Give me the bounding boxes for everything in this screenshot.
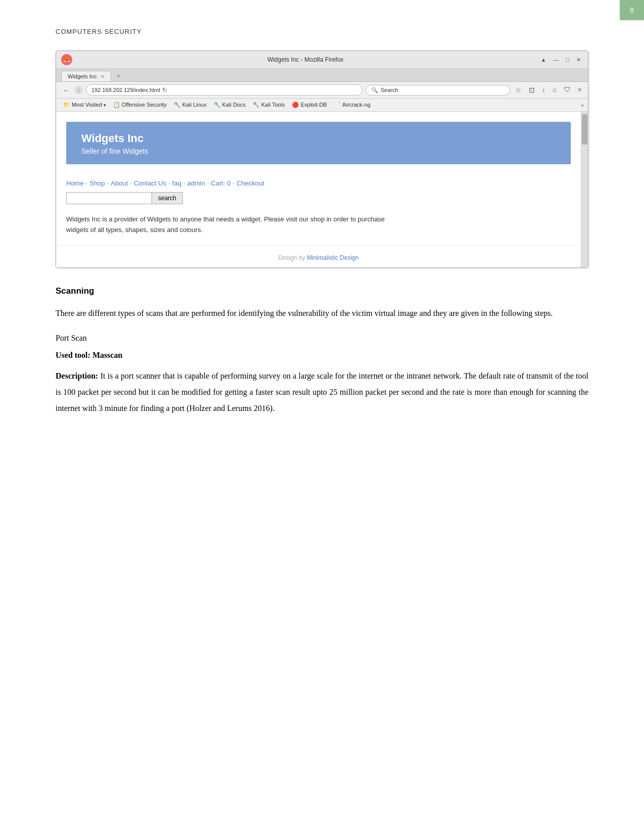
nav-link-about[interactable]: About — [111, 179, 128, 187]
menu-icon[interactable]: ≡ — [576, 85, 584, 95]
bookmark-kali-tools[interactable]: 🔧 Kali Tools — [250, 101, 288, 109]
footer-text: Design by — [278, 254, 305, 261]
nav-link-contact[interactable]: Contact Us — [134, 179, 166, 187]
info-icon: i — [75, 86, 83, 94]
home-icon[interactable]: ⌂ — [551, 85, 559, 95]
site-search-form: search — [56, 190, 581, 209]
search-text: Search — [380, 87, 398, 93]
bookmark-most-visited[interactable]: 📁 Most Visited ▾ — [60, 101, 109, 109]
restore-button[interactable]: — — [551, 57, 561, 63]
chevron-down-icon: ▾ — [104, 103, 106, 108]
bookmarks-overflow[interactable]: » — [581, 102, 584, 108]
site-footer: Design by Minimalistic Design — [56, 246, 581, 267]
back-button[interactable]: ← — [60, 85, 72, 95]
site-nav: Home · Shop · About · Contact Us · faq ·… — [56, 174, 581, 190]
bookmarks-bar: 📁 Most Visited ▾ 📋 Offensive Security 🔧 … — [56, 99, 588, 112]
download-icon[interactable]: ↓ — [540, 85, 548, 95]
browser-scrollbar[interactable] — [581, 112, 588, 267]
close-button[interactable]: ✕ — [574, 57, 583, 63]
browser-tab-active[interactable]: Widgets Inc ✕ — [61, 71, 111, 81]
page-header: COMPUTERS SECURITY — [56, 28, 588, 35]
shield-icon[interactable]: 🛡 — [562, 85, 573, 95]
bookmark-label: 📋 Offensive Security — [113, 102, 167, 108]
bookmark-label: 📁 Most Visited — [63, 102, 102, 108]
address-bar[interactable]: 192.168.202.129/index.html ↻ — [86, 84, 363, 96]
description-paragraph: Description: It is a port scanner that i… — [56, 368, 588, 416]
minimize-button[interactable]: ▲ — [538, 57, 548, 63]
used-tool-label: Used tool: Masscan — [56, 351, 588, 360]
site-title: Widgets Inc — [81, 132, 556, 145]
scanning-title: Scanning — [56, 286, 588, 296]
address-text: 192.168.202.129/index.html — [91, 87, 160, 93]
nav-link-home[interactable]: Home — [66, 179, 84, 187]
browser-nav: ← i 192.168.202.129/index.html ↻ 🔍 Searc… — [56, 82, 588, 99]
browser-tabs: Widgets Inc ✕ + — [56, 69, 588, 82]
bookmark-kali-linux[interactable]: 🔧 Kali Linux — [171, 101, 210, 109]
bookmark-exploit-db[interactable]: 🔴 Exploit-DB — [289, 101, 330, 109]
nav-link-admin[interactable]: admin — [187, 179, 205, 187]
site-header-banner: Widgets Inc Seller of fine Widgets — [66, 122, 571, 164]
scanning-section: Scanning There are different types of sc… — [56, 286, 588, 416]
fullscreen-button[interactable]: □ — [564, 57, 571, 63]
footer-link[interactable]: Minimalistic Design — [307, 254, 359, 261]
bookmark-icon[interactable]: ⊡ — [527, 85, 537, 96]
scanning-paragraph1: There are different types of scans that … — [56, 305, 588, 321]
site-search-button[interactable]: search — [152, 192, 183, 204]
refresh-icon[interactable]: ↻ — [162, 86, 167, 94]
nav-link-faq[interactable]: faq — [172, 179, 181, 187]
firefox-logo: 🦊 — [61, 54, 72, 65]
site-body-text: Widgets Inc is a provider of Widgets to … — [56, 209, 410, 246]
nav-cart: Cart: 0 — [211, 179, 231, 187]
website-content: Widgets Inc Seller of fine Widgets Home … — [56, 112, 588, 267]
browser-title: Widgets Inc - Mozilla Firefox — [72, 56, 538, 63]
browser-search-bar[interactable]: 🔍 Search — [366, 85, 510, 96]
bookmark-offensive-security[interactable]: 📋 Offensive Security — [110, 101, 170, 109]
browser-window: 🦊 Widgets Inc - Mozilla Firefox ▲ — □ ✕ … — [56, 51, 588, 268]
star-icon[interactable]: ☆ — [513, 85, 524, 96]
bookmark-label: 🔴 Exploit-DB — [292, 102, 327, 108]
port-scan-label: Port Scan — [56, 334, 588, 343]
bookmark-label: 📄 Aircrack-ng — [334, 102, 370, 108]
bookmark-kali-docs[interactable]: 🔧 Kali Docs — [211, 101, 249, 109]
search-icon: 🔍 — [371, 87, 378, 94]
tab-close-icon[interactable]: ✕ — [101, 74, 105, 79]
new-tab-button[interactable]: + — [113, 72, 123, 80]
description-bold-label: Description: — [56, 372, 98, 380]
nav-link-checkout[interactable]: Checkout — [236, 179, 264, 187]
scrollbar-track — [581, 112, 588, 267]
page-number-badge: 8 — [620, 0, 644, 20]
site-search-input[interactable] — [66, 192, 152, 204]
tab-label: Widgets Inc — [68, 73, 96, 79]
browser-controls: ▲ — □ ✕ — [538, 57, 583, 63]
bookmark-aircrack-ng[interactable]: 📄 Aircrack-ng — [331, 101, 373, 109]
description-text: It is a port scanner that is capable of … — [56, 372, 588, 412]
site-subtitle: Seller of fine Widgets — [81, 147, 556, 155]
nav-link-shop[interactable]: Shop — [89, 179, 105, 187]
bookmark-label: 🔧 Kali Tools — [253, 102, 285, 108]
bookmark-label: 🔧 Kali Docs — [214, 102, 246, 108]
bookmark-label: 🔧 Kali Linux — [174, 102, 207, 108]
scrollbar-thumb[interactable] — [582, 114, 587, 145]
browser-titlebar: 🦊 Widgets Inc - Mozilla Firefox ▲ — □ ✕ — [56, 51, 588, 69]
